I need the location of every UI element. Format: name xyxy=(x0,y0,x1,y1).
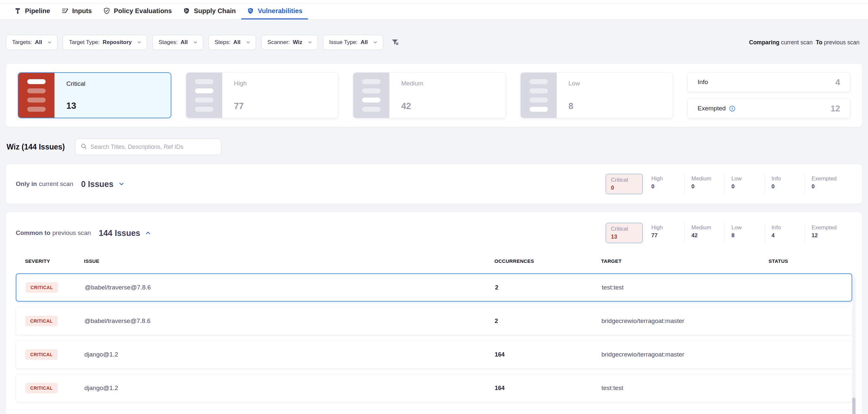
section-title-bold: Common to xyxy=(16,229,51,237)
chip-low[interactable]: Low 0 xyxy=(724,174,765,194)
severity-card-count: 13 xyxy=(66,101,85,111)
chip-high[interactable]: High 0 xyxy=(651,174,684,194)
chip-info[interactable]: Info 4 xyxy=(765,223,805,243)
chip-value: 42 xyxy=(691,232,724,239)
vulnerabilities-icon xyxy=(247,7,254,14)
chip-value: 4 xyxy=(772,232,805,239)
exempted-card[interactable]: Exempted 12 xyxy=(687,98,850,118)
chevron-up-icon[interactable] xyxy=(145,230,151,236)
side-cards: Info 4 Exempted 12 xyxy=(687,72,850,118)
tab-policy-evaluations[interactable]: Policy Evaluations xyxy=(97,3,178,20)
filter-dropdown-issue-type[interactable]: Issue Type: All xyxy=(323,35,383,50)
vulnerabilities-page: Pipeline Inputs Policy Evaluations Suppl… xyxy=(0,0,868,414)
tab-pipeline[interactable]: Pipeline xyxy=(8,3,56,20)
issue-name: @babel/traverse@7.8.6 xyxy=(84,317,495,325)
filter-dropdown-target-type[interactable]: Target Type: Repository xyxy=(63,35,147,50)
issue-name: django@1.2 xyxy=(84,384,495,392)
severity-summary-card: Critical 13 High 77 Medium 42 Low 8 Info… xyxy=(6,64,862,127)
severity-card-critical[interactable]: Critical 13 xyxy=(18,72,172,118)
chip-low[interactable]: Low 8 xyxy=(724,223,765,243)
col-occurrences: OCCURRENCES xyxy=(494,258,601,264)
filter-key: Targets: xyxy=(12,39,32,46)
severity-bars-icon xyxy=(353,72,389,118)
table-header: SEVERITY ISSUE OCCURRENCES TARGET STATUS xyxy=(16,254,852,268)
only-in-current-scan-section: Only in current scan 0 Issues Critical 0… xyxy=(6,164,862,204)
clear-filters-icon[interactable] xyxy=(391,38,400,47)
chip-value: 0 xyxy=(651,183,684,190)
chip-label: Info xyxy=(772,175,805,182)
tab-inputs[interactable]: Inputs xyxy=(56,3,97,20)
col-issue: ISSUE xyxy=(84,258,494,264)
severity-cards: Critical 13 High 77 Medium 42 Low 8 xyxy=(18,72,673,118)
section-title-bold: Only in xyxy=(16,180,37,187)
severity-chips: Critical 13 High 77 Medium 42 Low 8 Info… xyxy=(606,223,852,243)
severity-badge: CRITICAL xyxy=(25,383,58,393)
chip-label: Exempted xyxy=(811,175,852,182)
severity-card-label: Critical xyxy=(66,80,85,87)
chip-info[interactable]: Info 0 xyxy=(765,174,805,194)
filter-key: Target Type: xyxy=(69,39,99,46)
scrollbar-thumb[interactable] xyxy=(852,397,856,414)
section-issues-count: 144 Issues xyxy=(99,228,141,238)
tab-label: Supply Chain xyxy=(194,7,236,15)
filter-key: Stages: xyxy=(159,39,178,46)
severity-chips: Critical 0 High 0 Medium 0 Low 0 Info 0 … xyxy=(606,174,852,194)
tab-supply-chain[interactable]: Supply Chain xyxy=(177,3,241,20)
info-card-label: Info xyxy=(698,79,708,86)
supply-chain-icon xyxy=(183,7,190,14)
chip-exempted[interactable]: Exempted 0 xyxy=(805,174,852,194)
chip-medium[interactable]: Medium 0 xyxy=(684,174,724,194)
filter-dropdown-steps[interactable]: Steps: All xyxy=(209,35,256,50)
severity-card-medium[interactable]: Medium 42 xyxy=(353,72,506,118)
chip-label: High xyxy=(651,175,684,182)
chevron-down-icon[interactable] xyxy=(118,181,125,187)
info-card[interactable]: Info 4 xyxy=(687,72,850,92)
issue-name: @babel/traverse@7.8.6 xyxy=(85,284,495,291)
comparing-current: current scan xyxy=(781,39,812,46)
issue-row[interactable]: CRITICAL django@1.2 164 bridgecrewio/ter… xyxy=(16,341,852,369)
severity-card-label: Low xyxy=(568,80,580,87)
filter-value: Wiz xyxy=(293,39,302,46)
filter-value: All xyxy=(35,39,42,46)
severity-card-low[interactable]: Low 8 xyxy=(520,72,673,118)
chip-high[interactable]: High 77 xyxy=(651,223,684,243)
severity-badge: CRITICAL xyxy=(26,282,58,293)
tab-label: Vulnerabilities xyxy=(258,7,302,15)
chip-label: Info xyxy=(772,225,805,231)
chip-critical[interactable]: Critical 13 xyxy=(606,223,643,243)
filter-dropdown-scanner[interactable]: Scanner: Wiz xyxy=(261,35,318,50)
table-scrollbar[interactable] xyxy=(852,278,856,414)
severity-badge: CRITICAL xyxy=(25,316,58,326)
col-status: STATUS xyxy=(769,258,843,264)
comparing-previous: previous scan xyxy=(824,39,860,46)
issues-table: CRITICAL @babel/traverse@7.8.6 2 test:te… xyxy=(16,273,852,402)
severity-card-high[interactable]: High 77 xyxy=(186,72,339,118)
section-header: Common to previous scan 144 Issues Criti… xyxy=(16,212,852,254)
chevron-down-icon xyxy=(373,40,378,45)
chip-critical[interactable]: Critical 0 xyxy=(606,174,643,194)
scanner-row: Wiz (144 Issues) xyxy=(6,139,862,155)
pipeline-icon xyxy=(14,7,21,14)
info-circle-icon xyxy=(729,106,735,112)
section-title: Common to previous scan 144 Issues xyxy=(16,228,151,238)
search-input[interactable] xyxy=(90,144,216,150)
chip-value: 12 xyxy=(811,232,852,239)
severity-card-count: 8 xyxy=(568,101,580,111)
chip-medium[interactable]: Medium 42 xyxy=(684,223,724,243)
filter-key: Scanner: xyxy=(268,39,290,46)
issue-row[interactable]: CRITICAL @babel/traverse@7.8.6 2 bridgec… xyxy=(16,307,852,335)
chip-value: 0 xyxy=(611,185,643,191)
tab-vulnerabilities[interactable]: Vulnerabilities xyxy=(241,3,308,20)
filter-dropdown-targets[interactable]: Targets: All xyxy=(6,35,57,50)
chip-exempted[interactable]: Exempted 12 xyxy=(805,223,852,243)
occurrences-count: 2 xyxy=(495,318,601,325)
filter-dropdown-stages[interactable]: Stages: All xyxy=(152,35,203,50)
severity-badge: CRITICAL xyxy=(25,349,58,360)
tab-bar: Pipeline Inputs Policy Evaluations Suppl… xyxy=(0,3,868,20)
filter-value: All xyxy=(361,39,368,46)
filter-pills: Targets: All Target Type: Repository Sta… xyxy=(6,35,383,50)
chevron-down-icon xyxy=(47,40,52,45)
top-divider xyxy=(0,0,868,3)
issue-row[interactable]: CRITICAL django@1.2 164 test:test xyxy=(16,374,852,402)
issue-row[interactable]: CRITICAL @babel/traverse@7.8.6 2 test:te… xyxy=(16,273,852,302)
